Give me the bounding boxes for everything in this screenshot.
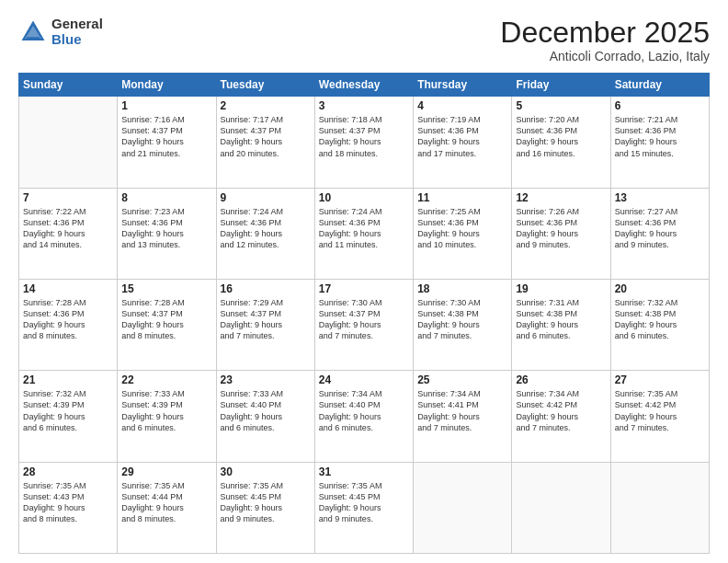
- table-row: 31Sunrise: 7:35 AM Sunset: 4:45 PM Dayli…: [314, 462, 413, 553]
- day-info: Sunrise: 7:34 AM Sunset: 4:41 PM Dayligh…: [417, 388, 507, 433]
- col-monday: Monday: [118, 74, 216, 97]
- day-info: Sunrise: 7:23 AM Sunset: 4:36 PM Dayligh…: [121, 206, 211, 251]
- logo-text: General Blue: [51, 17, 103, 47]
- table-row: 1Sunrise: 7:16 AM Sunset: 4:37 PM Daylig…: [118, 97, 216, 188]
- table-row: 21Sunrise: 7:32 AM Sunset: 4:39 PM Dayli…: [19, 371, 118, 462]
- day-number: 2: [221, 99, 311, 112]
- table-row: 13Sunrise: 7:27 AM Sunset: 4:36 PM Dayli…: [610, 188, 709, 279]
- table-row: 25Sunrise: 7:34 AM Sunset: 4:41 PM Dayli…: [414, 371, 512, 462]
- table-row: 20Sunrise: 7:32 AM Sunset: 4:38 PM Dayli…: [610, 279, 709, 370]
- day-info: Sunrise: 7:30 AM Sunset: 4:38 PM Dayligh…: [417, 297, 507, 342]
- table-row: 4Sunrise: 7:19 AM Sunset: 4:36 PM Daylig…: [414, 97, 512, 188]
- day-number: 29: [121, 465, 211, 478]
- svg-rect-2: [27, 37, 40, 40]
- table-row: 17Sunrise: 7:30 AM Sunset: 4:37 PM Dayli…: [314, 279, 413, 370]
- day-info: Sunrise: 7:32 AM Sunset: 4:38 PM Dayligh…: [615, 297, 705, 342]
- day-number: 24: [319, 373, 409, 386]
- day-number: 17: [319, 282, 409, 295]
- day-info: Sunrise: 7:17 AM Sunset: 4:37 PM Dayligh…: [221, 114, 311, 159]
- col-tuesday: Tuesday: [216, 74, 314, 97]
- day-number: 12: [516, 191, 606, 204]
- table-row: 8Sunrise: 7:23 AM Sunset: 4:36 PM Daylig…: [118, 188, 216, 279]
- day-number: 6: [615, 99, 705, 112]
- day-info: Sunrise: 7:35 AM Sunset: 4:42 PM Dayligh…: [615, 388, 705, 433]
- logo: General Blue: [18, 17, 103, 47]
- table-row: 27Sunrise: 7:35 AM Sunset: 4:42 PM Dayli…: [610, 371, 709, 462]
- calendar-table: Sunday Monday Tuesday Wednesday Thursday…: [18, 73, 710, 554]
- table-row: 16Sunrise: 7:29 AM Sunset: 4:37 PM Dayli…: [216, 279, 314, 370]
- day-info: Sunrise: 7:29 AM Sunset: 4:37 PM Dayligh…: [221, 297, 311, 342]
- day-info: Sunrise: 7:33 AM Sunset: 4:39 PM Dayligh…: [121, 388, 211, 433]
- day-info: Sunrise: 7:19 AM Sunset: 4:36 PM Dayligh…: [417, 114, 507, 159]
- table-row: 2Sunrise: 7:17 AM Sunset: 4:37 PM Daylig…: [216, 97, 314, 188]
- day-number: 1: [121, 99, 211, 112]
- table-row: 15Sunrise: 7:28 AM Sunset: 4:37 PM Dayli…: [118, 279, 216, 370]
- table-row: [414, 462, 512, 553]
- table-row: 18Sunrise: 7:30 AM Sunset: 4:38 PM Dayli…: [414, 279, 512, 370]
- col-saturday: Saturday: [610, 74, 709, 97]
- location-subtitle: Anticoli Corrado, Lazio, Italy: [500, 49, 710, 63]
- logo-icon: [18, 17, 48, 47]
- table-row: 10Sunrise: 7:24 AM Sunset: 4:36 PM Dayli…: [314, 188, 413, 279]
- day-info: Sunrise: 7:22 AM Sunset: 4:36 PM Dayligh…: [23, 206, 113, 251]
- calendar-week-row: 1Sunrise: 7:16 AM Sunset: 4:37 PM Daylig…: [19, 97, 710, 188]
- table-row: [19, 97, 118, 188]
- calendar-header-row: Sunday Monday Tuesday Wednesday Thursday…: [19, 74, 710, 97]
- day-info: Sunrise: 7:35 AM Sunset: 4:43 PM Dayligh…: [23, 480, 113, 525]
- calendar-week-row: 14Sunrise: 7:28 AM Sunset: 4:36 PM Dayli…: [19, 279, 710, 370]
- day-number: 25: [417, 373, 507, 386]
- day-info: Sunrise: 7:24 AM Sunset: 4:36 PM Dayligh…: [221, 206, 311, 251]
- day-info: Sunrise: 7:34 AM Sunset: 4:42 PM Dayligh…: [516, 388, 606, 433]
- page: General Blue December 2025 Anticoli Corr…: [0, 0, 728, 563]
- calendar-week-row: 7Sunrise: 7:22 AM Sunset: 4:36 PM Daylig…: [19, 188, 710, 279]
- day-number: 28: [23, 465, 113, 478]
- table-row: 11Sunrise: 7:25 AM Sunset: 4:36 PM Dayli…: [414, 188, 512, 279]
- day-info: Sunrise: 7:25 AM Sunset: 4:36 PM Dayligh…: [417, 206, 507, 251]
- day-info: Sunrise: 7:18 AM Sunset: 4:37 PM Dayligh…: [319, 114, 409, 159]
- day-number: 21: [23, 373, 113, 386]
- day-number: 19: [516, 282, 606, 295]
- calendar-week-row: 28Sunrise: 7:35 AM Sunset: 4:43 PM Dayli…: [19, 462, 710, 553]
- table-row: 6Sunrise: 7:21 AM Sunset: 4:36 PM Daylig…: [610, 97, 709, 188]
- logo-blue: Blue: [51, 32, 103, 48]
- table-row: 24Sunrise: 7:34 AM Sunset: 4:40 PM Dayli…: [314, 371, 413, 462]
- day-info: Sunrise: 7:32 AM Sunset: 4:39 PM Dayligh…: [23, 388, 113, 433]
- table-row: 3Sunrise: 7:18 AM Sunset: 4:37 PM Daylig…: [314, 97, 413, 188]
- day-number: 16: [221, 282, 311, 295]
- col-thursday: Thursday: [414, 74, 512, 97]
- logo-general: General: [51, 17, 103, 32]
- table-row: 23Sunrise: 7:33 AM Sunset: 4:40 PM Dayli…: [216, 371, 314, 462]
- day-info: Sunrise: 7:21 AM Sunset: 4:36 PM Dayligh…: [615, 114, 705, 159]
- day-info: Sunrise: 7:20 AM Sunset: 4:36 PM Dayligh…: [516, 114, 606, 159]
- table-row: [512, 462, 610, 553]
- day-number: 8: [121, 191, 211, 204]
- table-row: 30Sunrise: 7:35 AM Sunset: 4:45 PM Dayli…: [216, 462, 314, 553]
- table-row: 22Sunrise: 7:33 AM Sunset: 4:39 PM Dayli…: [118, 371, 216, 462]
- day-number: 22: [121, 373, 211, 386]
- day-info: Sunrise: 7:31 AM Sunset: 4:38 PM Dayligh…: [516, 297, 606, 342]
- table-row: 28Sunrise: 7:35 AM Sunset: 4:43 PM Dayli…: [19, 462, 118, 553]
- day-number: 18: [417, 282, 507, 295]
- table-row: 14Sunrise: 7:28 AM Sunset: 4:36 PM Dayli…: [19, 279, 118, 370]
- month-title: December 2025: [500, 17, 710, 49]
- day-number: 30: [221, 465, 311, 478]
- day-info: Sunrise: 7:26 AM Sunset: 4:36 PM Dayligh…: [516, 206, 606, 251]
- day-number: 27: [615, 373, 705, 386]
- day-info: Sunrise: 7:27 AM Sunset: 4:36 PM Dayligh…: [615, 206, 705, 251]
- day-number: 3: [319, 99, 409, 112]
- table-row: 9Sunrise: 7:24 AM Sunset: 4:36 PM Daylig…: [216, 188, 314, 279]
- day-info: Sunrise: 7:35 AM Sunset: 4:44 PM Dayligh…: [121, 480, 211, 525]
- day-number: 4: [417, 99, 507, 112]
- day-number: 5: [516, 99, 606, 112]
- day-number: 23: [221, 373, 311, 386]
- day-number: 31: [319, 465, 409, 478]
- day-number: 20: [615, 282, 705, 295]
- day-info: Sunrise: 7:28 AM Sunset: 4:37 PM Dayligh…: [121, 297, 211, 342]
- day-info: Sunrise: 7:35 AM Sunset: 4:45 PM Dayligh…: [221, 480, 311, 525]
- day-info: Sunrise: 7:33 AM Sunset: 4:40 PM Dayligh…: [221, 388, 311, 433]
- day-info: Sunrise: 7:16 AM Sunset: 4:37 PM Dayligh…: [121, 114, 211, 159]
- day-info: Sunrise: 7:30 AM Sunset: 4:37 PM Dayligh…: [319, 297, 409, 342]
- day-number: 11: [417, 191, 507, 204]
- table-row: 19Sunrise: 7:31 AM Sunset: 4:38 PM Dayli…: [512, 279, 610, 370]
- day-number: 10: [319, 191, 409, 204]
